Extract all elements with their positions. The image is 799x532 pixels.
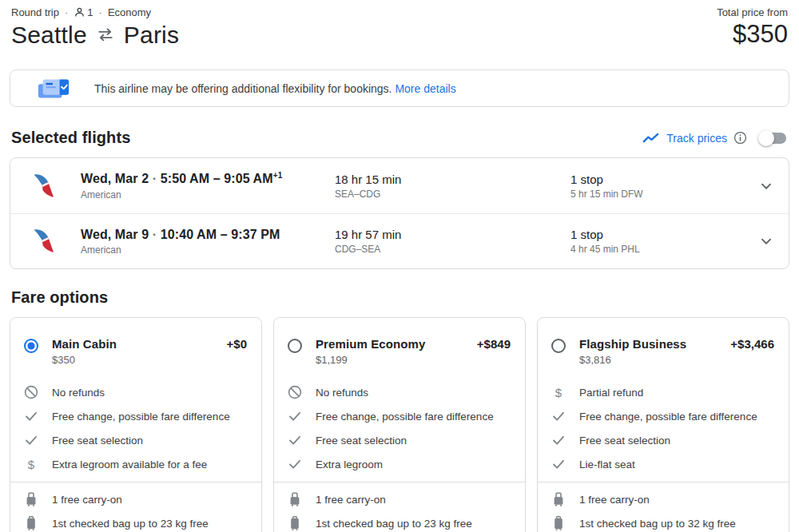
fare-price-delta: +$849 xyxy=(477,337,511,351)
baggage-row: 1 free carry-on xyxy=(538,487,789,511)
fare-card-main-cabin[interactable]: Main Cabin $350 +$0 No refunds Free chan… xyxy=(10,317,262,532)
track-prices-toggle[interactable] xyxy=(758,130,788,146)
fare-name-price: Premium Economy $1,199 xyxy=(316,337,477,366)
feature-text: Free change, possible fare difference xyxy=(579,411,789,423)
fare-name-price: Flagship Business $3,816 xyxy=(579,337,730,366)
flight-datetime: Wed, Mar 9 · 10:40 AM – 9:37 PM xyxy=(81,227,335,242)
feature-text: Free seat selection xyxy=(52,435,261,447)
flight-duration: 19 hr 57 min xyxy=(335,228,570,241)
divider xyxy=(538,482,789,482)
baggage-row: 1st checked bag up to 23 kg free xyxy=(10,511,261,532)
selected-flights-title: Selected flights xyxy=(11,129,130,147)
toggle-knob xyxy=(758,130,774,146)
track-prices-control: Track prices xyxy=(642,130,788,146)
feature-text: Free seat selection xyxy=(316,435,525,447)
cabin-class-label: Economy xyxy=(108,6,151,18)
flight-layover: 5 hr 15 min DFW xyxy=(570,189,744,200)
feature-text: Free seat selection xyxy=(579,435,789,447)
flight-stops-col: 1 stop 4 hr 45 min PHL xyxy=(570,228,744,255)
fare-card-flagship-business[interactable]: Flagship Business $3,816 +$3,466 $Partia… xyxy=(537,317,789,532)
flight-route: SEA–CDG xyxy=(335,189,570,200)
divider xyxy=(274,482,525,482)
banner-message: This airline may be offering additional … xyxy=(94,82,392,95)
radio-selected-icon[interactable] xyxy=(23,338,39,354)
flight-duration-col: 18 hr 15 min SEA–CDG xyxy=(335,173,570,200)
feature-row: Lie-flat seat xyxy=(538,452,789,476)
trip-meta: Round trip · 1 · Economy xyxy=(11,6,151,18)
fare-name-price: Main Cabin $350 xyxy=(52,337,227,366)
passenger-count: 1 xyxy=(74,6,93,18)
baggage-text: 1st checked bag up to 23 kg free xyxy=(316,518,525,530)
selected-flights-header: Selected flights Track prices xyxy=(10,129,789,147)
feature-text: Extra legroom xyxy=(316,459,525,470)
banner-text: This airline may be offering additional … xyxy=(94,82,456,95)
airline-name: American xyxy=(81,189,335,200)
fare-features: $Partial refund Free change, possible fa… xyxy=(538,380,789,476)
fare-name: Flagship Business xyxy=(579,337,730,351)
no-refund-icon xyxy=(23,384,39,400)
feature-row: $Partial refund xyxy=(538,380,789,404)
fare-price-delta: +$3,466 xyxy=(730,337,774,351)
divider xyxy=(10,482,261,482)
flight-main-info: Wed, Mar 9 · 10:40 AM – 9:37 PM American xyxy=(81,227,335,256)
feature-text: Free change, possible fare difference xyxy=(52,411,261,423)
chevron-down-icon[interactable] xyxy=(757,177,775,195)
flight-route: CDG–SEA xyxy=(335,244,570,255)
track-prices-label[interactable]: Track prices xyxy=(666,132,727,145)
arrival-day-offset: +1 xyxy=(273,171,283,180)
flight-row-return[interactable]: Wed, Mar 9 · 10:40 AM – 9:37 PM American… xyxy=(10,213,789,268)
fare-name: Main Cabin xyxy=(52,337,227,351)
carry-on-bag-icon xyxy=(288,492,302,506)
airline-name: American xyxy=(81,244,335,256)
check-icon xyxy=(551,432,566,448)
passenger-count-value: 1 xyxy=(87,6,93,18)
fare-baggage: 1 free carry-on 1st checked bag up to 23… xyxy=(274,487,525,532)
total-price-value: $350 xyxy=(733,20,788,49)
checked-bag-icon xyxy=(24,516,38,530)
radio-unselected-icon[interactable] xyxy=(551,338,566,354)
fare-features: No refunds Free change, possible fare di… xyxy=(10,380,261,476)
fare-card-header: Flagship Business $3,816 +$3,466 xyxy=(538,337,789,366)
chevron-down-icon[interactable] xyxy=(757,232,775,250)
feature-text: No refunds xyxy=(316,387,525,399)
fare-card-premium-economy[interactable]: Premium Economy $1,199 +$849 No refunds … xyxy=(273,317,526,532)
feature-text: Free change, possible fare difference xyxy=(316,411,525,423)
origin-city: Seattle xyxy=(11,22,87,49)
info-icon[interactable] xyxy=(733,131,747,145)
fare-card-header: Premium Economy $1,199 +$849 xyxy=(274,337,525,366)
fare-features: No refunds Free change, possible fare di… xyxy=(274,380,525,476)
trip-summary-bar: Round trip · 1 · Economy Total price fro… xyxy=(10,5,789,18)
person-icon xyxy=(74,6,85,18)
flight-row-outbound[interactable]: Wed, Mar 2 · 5:50 AM – 9:05 AM+1 America… xyxy=(10,158,789,213)
carry-on-bag-icon xyxy=(551,492,566,506)
checked-bag-icon xyxy=(288,516,302,530)
baggage-text: 1st checked bag up to 23 kg free xyxy=(52,518,261,530)
baggage-row: 1 free carry-on xyxy=(10,487,261,511)
feature-text: Partial refund xyxy=(579,387,789,399)
feature-row: Free seat selection xyxy=(10,428,261,452)
feature-row: Free change, possible fare difference xyxy=(274,404,525,428)
flight-stops-col: 1 stop 5 hr 15 min DFW xyxy=(570,173,744,200)
feature-text: Lie-flat seat xyxy=(579,459,789,470)
fare-name: Premium Economy xyxy=(316,337,477,351)
radio-unselected-icon[interactable] xyxy=(287,338,303,354)
baggage-row: 1st checked bag up to 23 kg free xyxy=(274,511,525,532)
flight-times: 5:50 AM – 9:05 AM xyxy=(161,173,273,186)
feature-text: No refunds xyxy=(52,387,261,399)
checked-bag-icon xyxy=(551,516,566,530)
baggage-text: 1 free carry-on xyxy=(316,494,525,506)
title-row: Seattle Paris $350 xyxy=(10,20,789,49)
baggage-text: 1 free carry-on xyxy=(579,494,789,506)
check-icon xyxy=(287,432,303,448)
more-details-link[interactable]: More details xyxy=(395,82,455,95)
total-price-label: Total price from xyxy=(717,6,788,18)
baggage-row: 1 free carry-on xyxy=(274,487,525,511)
feature-row: Free seat selection xyxy=(274,428,525,452)
dollar-icon: $ xyxy=(555,386,562,399)
feature-text: Extra legroom available for a fee xyxy=(52,459,261,470)
fare-price: $350 xyxy=(52,354,227,366)
feature-row: No refunds xyxy=(274,380,525,404)
flight-stops: 1 stop xyxy=(570,228,744,241)
baggage-text: 1 free carry-on xyxy=(52,494,261,506)
feature-row: $Extra legroom available for a fee xyxy=(10,452,261,476)
